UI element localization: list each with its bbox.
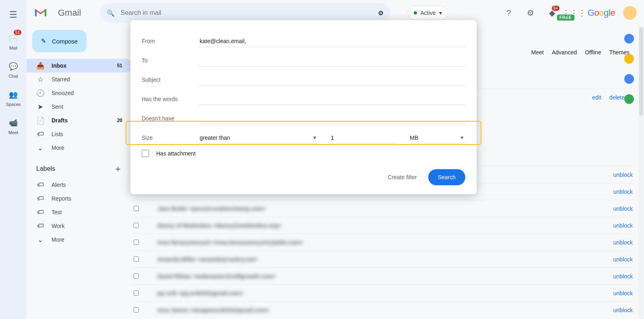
size-operator-select[interactable]: greater than ▼ <box>199 132 318 144</box>
contacts-app-icon[interactable] <box>624 94 634 104</box>
blocked-address: Jace Butler <jace@curationchamp.com> <box>157 205 266 212</box>
tasks-app-icon[interactable] <box>624 74 634 84</box>
row-checkbox[interactable] <box>134 206 139 211</box>
nav-label: Drafts <box>52 117 68 124</box>
nav-lists[interactable]: 🏷 Lists <box>27 127 132 141</box>
nav-label: More <box>52 145 64 151</box>
has-attachment-checkbox[interactable] <box>142 150 149 157</box>
label-reports[interactable]: 🏷 Reports <box>27 192 132 205</box>
mail-badge: 51 <box>14 30 21 35</box>
apps-icon[interactable]: ⋮⋮⋮ <box>566 5 582 21</box>
clock-icon: 🕘 <box>36 89 44 97</box>
compose-label: Compose <box>52 38 78 45</box>
rail-label: Chat <box>8 74 18 79</box>
label-work[interactable]: 🏷 Work <box>27 219 132 233</box>
label-text: Alerts <box>52 182 66 188</box>
search-filter-modal: From To Subject Has the words Doesn't ha… <box>130 20 477 194</box>
from-input[interactable] <box>199 35 465 47</box>
blocked-row: David Riklan <webmaster@selfgrowth.com>u… <box>132 267 634 284</box>
row-checkbox[interactable] <box>134 223 139 228</box>
tag-icon: 🏷 <box>36 181 44 189</box>
spaces-icon: 👥 <box>7 88 20 101</box>
settings-icon[interactable]: ⚙ <box>522 5 539 21</box>
nav-inbox[interactable]: 📥 Inbox 51 <box>27 59 132 72</box>
blocked-address: Aisa James <aisajames3233@gmail.com> <box>157 307 269 313</box>
nav-label: Inbox <box>52 62 66 69</box>
compose-button[interactable]: ✎ Compose <box>32 30 87 52</box>
vertical-scrollbar[interactable] <box>638 26 644 319</box>
nav-more[interactable]: ⌄ More <box>27 141 132 155</box>
nav-label: Lists <box>52 131 63 137</box>
rail-label: Mail <box>9 46 17 50</box>
status-dot-icon <box>414 11 417 14</box>
blocked-address: Danny of Motionbox <danny@motionbox.org> <box>157 222 281 229</box>
size-unit-select[interactable]: MB ▼ <box>409 132 465 144</box>
blocked-address: jay erik <jay.erik23@gmail.com> <box>157 290 244 296</box>
label-more[interactable]: ⌄ More <box>27 233 132 246</box>
keep-app-icon[interactable] <box>624 54 634 64</box>
inbox-icon: 📥 <box>36 62 44 70</box>
blocked-row: Inna Herasymovych <inna.herasymovych@job… <box>132 234 634 251</box>
row-checkbox[interactable] <box>134 240 139 245</box>
search-bar[interactable]: 🔍 ⚙ <box>100 3 390 23</box>
row-checkbox[interactable] <box>134 257 139 262</box>
nav-starred[interactable]: ☆ Starred <box>27 72 132 86</box>
label-text: Reports <box>52 195 71 202</box>
label-text: Work <box>52 223 64 229</box>
pencil-icon: ✎ <box>41 37 46 45</box>
status-chip[interactable]: Active ▾ <box>408 6 448 20</box>
nav-drafts[interactable]: 📄 Drafts 20 <box>27 114 132 127</box>
label-text: More <box>52 236 64 243</box>
blocked-row: Aisa James <aisajames3233@gmail.com>unbl… <box>132 301 634 318</box>
tag-icon: 🏷 <box>36 208 44 216</box>
sidebar: ✎ Compose 📥 Inbox 51 ☆ Starred 🕘 Snoozed… <box>27 26 132 319</box>
search-input[interactable] <box>120 9 372 17</box>
to-input[interactable] <box>199 54 465 66</box>
size-unit-value: MB <box>410 135 418 141</box>
from-label: From <box>142 38 199 44</box>
search-options-icon[interactable]: ⚙ <box>378 9 384 17</box>
rail-item-spaces[interactable]: 👥 Spaces <box>3 87 24 108</box>
size-label: Size <box>142 135 199 141</box>
rail-item-meet[interactable]: 📹 Meet <box>3 115 24 136</box>
rail-item-chat[interactable]: 💬 Chat <box>3 59 24 80</box>
label-test[interactable]: 🏷 Test <box>27 205 132 219</box>
rail-label: Spaces <box>6 102 21 107</box>
search-icon[interactable]: 🔍 <box>107 9 115 17</box>
labels-title: Labels <box>36 165 55 172</box>
tag-icon: 🏷 <box>36 195 44 203</box>
main-menu-icon[interactable]: ☰ <box>5 6 22 23</box>
edit-link[interactable]: edit <box>592 94 601 101</box>
scrollbar-thumb[interactable] <box>639 27 643 116</box>
tag-icon: 🏷 <box>36 222 44 230</box>
chevron-down-icon: ⌄ <box>36 144 44 152</box>
account-avatar[interactable] <box>623 6 637 20</box>
add-label-icon[interactable]: ＋ <box>114 163 122 175</box>
gmail-logo[interactable] <box>34 5 55 21</box>
label-icon: 🏷 <box>36 130 44 138</box>
row-checkbox[interactable] <box>134 290 139 296</box>
rail-item-mail[interactable]: 51 ✉️ Mail <box>3 31 24 52</box>
has-words-label: Has the words <box>142 96 199 102</box>
nav-sent[interactable]: ➤ Sent <box>27 100 132 114</box>
star-icon: ☆ <box>36 75 44 84</box>
side-panel <box>620 26 638 319</box>
calendar-app-icon[interactable] <box>624 34 634 44</box>
blocked-row: Amanda Miller <amanda@rankry.net>unblock <box>132 251 634 267</box>
blocked-address: David Riklan <webmaster@selfgrowth.com> <box>157 273 276 280</box>
support-icon[interactable]: ? <box>501 5 517 21</box>
search-button[interactable]: Search <box>428 169 465 185</box>
blocked-address: Amanda Miller <amanda@rankry.net> <box>157 256 258 263</box>
subject-input[interactable] <box>199 74 465 86</box>
create-filter-link[interactable]: Create filter <box>388 174 417 180</box>
size-operator-value: greater than <box>200 135 230 141</box>
label-alerts[interactable]: 🏷 Alerts <box>27 178 132 192</box>
rail-label: Meet <box>8 130 18 135</box>
google-logo[interactable]: Google <box>588 8 615 18</box>
row-checkbox[interactable] <box>134 273 139 279</box>
size-value-input[interactable] <box>330 132 397 144</box>
has-words-input[interactable] <box>199 93 465 105</box>
doesnt-have-input[interactable] <box>199 112 465 124</box>
nav-snoozed[interactable]: 🕘 Snoozed <box>27 86 132 100</box>
row-checkbox[interactable] <box>134 307 139 313</box>
